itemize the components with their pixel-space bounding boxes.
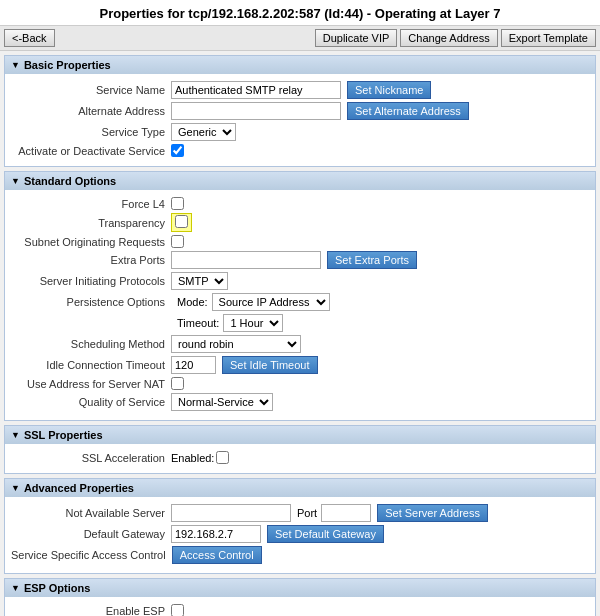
standard-options-header[interactable]: ▼ Standard Options xyxy=(5,172,595,190)
extra-ports-row: Extra Ports Set Extra Ports xyxy=(11,251,589,269)
activate-label: Activate or Deactivate Service xyxy=(11,145,171,157)
export-template-button[interactable]: Export Template xyxy=(501,29,596,47)
ssl-properties-section: ▼ SSL Properties SSL Acceleration Enable… xyxy=(4,425,596,474)
ssl-enabled-label: Enabled: xyxy=(171,452,214,464)
esp-options-section: ▼ ESP Options Enable ESP xyxy=(4,578,596,616)
not-available-label: Not Available Server xyxy=(11,507,171,519)
server-initiating-row: Server Initiating Protocols SMTP xyxy=(11,272,589,290)
top-bar: <-Back Duplicate VIP Change Address Expo… xyxy=(0,25,600,51)
scheduling-row: Scheduling Method round robin xyxy=(11,335,589,353)
qos-select[interactable]: Normal-Service xyxy=(171,393,273,411)
qos-label: Quality of Service xyxy=(11,396,171,408)
basic-properties-section: ▼ Basic Properties Service Name Set Nick… xyxy=(4,55,596,167)
timeout-row: Timeout: 1 Hour xyxy=(11,314,589,332)
esp-options-content: Enable ESP xyxy=(5,597,595,616)
ssl-acceleration-label: SSL Acceleration xyxy=(11,452,171,464)
extra-ports-input[interactable] xyxy=(171,251,321,269)
transparency-label: Transparency xyxy=(11,217,171,229)
mode-label: Mode: xyxy=(177,296,208,308)
force-l4-label: Force L4 xyxy=(11,198,171,210)
default-gateway-label: Default Gateway xyxy=(11,528,171,540)
duplicate-vip-button[interactable]: Duplicate VIP xyxy=(315,29,398,47)
collapse-icon-advanced: ▼ xyxy=(11,483,20,493)
set-idle-timeout-button[interactable]: Set Idle Timeout xyxy=(222,356,318,374)
transparency-highlight xyxy=(171,213,192,232)
access-control-row: Service Specific Access Control Access C… xyxy=(11,546,589,564)
collapse-icon-esp: ▼ xyxy=(11,583,20,593)
port-label: Port xyxy=(297,507,317,519)
ssl-properties-header[interactable]: ▼ SSL Properties xyxy=(5,426,595,444)
set-nickname-button[interactable]: Set Nickname xyxy=(347,81,431,99)
page-title: Properties for tcp/192.168.2.202:587 (Id… xyxy=(0,0,600,25)
top-bar-actions: Duplicate VIP Change Address Export Temp… xyxy=(315,29,596,47)
activate-checkbox[interactable] xyxy=(171,144,184,157)
subnet-originating-row: Subnet Originating Requests xyxy=(11,235,589,248)
collapse-icon: ▼ xyxy=(11,60,20,70)
enable-esp-label: Enable ESP xyxy=(11,605,171,617)
set-default-gateway-button[interactable]: Set Default Gateway xyxy=(267,525,384,543)
extra-ports-label: Extra Ports xyxy=(11,254,171,266)
advanced-properties-title: Advanced Properties xyxy=(24,482,134,494)
ssl-acceleration-row: SSL Acceleration Enabled: xyxy=(11,451,589,464)
not-available-row: Not Available Server Port Set Server Add… xyxy=(11,504,589,522)
set-server-address-button[interactable]: Set Server Address xyxy=(377,504,488,522)
set-extra-ports-button[interactable]: Set Extra Ports xyxy=(327,251,417,269)
force-l4-checkbox[interactable] xyxy=(171,197,184,210)
subnet-originating-label: Subnet Originating Requests xyxy=(11,236,171,248)
alternate-address-row: Alternate Address Set Alternate Address xyxy=(11,102,589,120)
idle-timeout-input[interactable] xyxy=(171,356,216,374)
use-address-checkbox[interactable] xyxy=(171,377,184,390)
change-address-button[interactable]: Change Address xyxy=(400,29,497,47)
timeout-label: Timeout: xyxy=(177,317,219,329)
service-type-row: Service Type Generic xyxy=(11,123,589,141)
esp-options-header[interactable]: ▼ ESP Options xyxy=(5,579,595,597)
service-type-select[interactable]: Generic xyxy=(171,123,236,141)
default-gateway-input[interactable] xyxy=(171,525,261,543)
basic-properties-title: Basic Properties xyxy=(24,59,111,71)
advanced-properties-content: Not Available Server Port Set Server Add… xyxy=(5,497,595,573)
persistence-label: Persistence Options xyxy=(11,296,171,308)
advanced-properties-header[interactable]: ▼ Advanced Properties xyxy=(5,479,595,497)
standard-options-content: Force L4 Transparency Subnet Originating… xyxy=(5,190,595,420)
idle-timeout-row: Idle Connection Timeout Set Idle Timeout xyxy=(11,356,589,374)
enable-esp-checkbox[interactable] xyxy=(171,604,184,616)
use-address-label: Use Address for Server NAT xyxy=(11,378,171,390)
set-alternate-address-button[interactable]: Set Alternate Address xyxy=(347,102,469,120)
server-initiating-select[interactable]: SMTP xyxy=(171,272,228,290)
timeout-select[interactable]: 1 Hour xyxy=(223,314,283,332)
collapse-icon-standard: ▼ xyxy=(11,176,20,186)
collapse-icon-ssl: ▼ xyxy=(11,430,20,440)
not-available-input[interactable] xyxy=(171,504,291,522)
enable-esp-row: Enable ESP xyxy=(11,604,589,616)
alternate-address-input[interactable] xyxy=(171,102,341,120)
service-name-row: Service Name Set Nickname xyxy=(11,81,589,99)
mode-select[interactable]: Source IP Address xyxy=(212,293,330,311)
ssl-properties-title: SSL Properties xyxy=(24,429,103,441)
alternate-address-label: Alternate Address xyxy=(11,105,171,117)
service-type-label: Service Type xyxy=(11,126,171,138)
subnet-originating-checkbox[interactable] xyxy=(171,235,184,248)
activate-row: Activate or Deactivate Service xyxy=(11,144,589,157)
use-address-row: Use Address for Server NAT xyxy=(11,377,589,390)
basic-properties-content: Service Name Set Nickname Alternate Addr… xyxy=(5,74,595,166)
persistence-row: Persistence Options Mode: Source IP Addr… xyxy=(11,293,589,311)
ssl-properties-content: SSL Acceleration Enabled: xyxy=(5,444,595,473)
advanced-properties-section: ▼ Advanced Properties Not Available Serv… xyxy=(4,478,596,574)
qos-row: Quality of Service Normal-Service xyxy=(11,393,589,411)
back-button[interactable]: <-Back xyxy=(4,29,55,47)
transparency-row: Transparency xyxy=(11,213,589,232)
port-input[interactable] xyxy=(321,504,371,522)
force-l4-row: Force L4 xyxy=(11,197,589,210)
service-name-label: Service Name xyxy=(11,84,171,96)
ssl-acceleration-checkbox[interactable] xyxy=(216,451,229,464)
standard-options-title: Standard Options xyxy=(24,175,116,187)
basic-properties-header[interactable]: ▼ Basic Properties xyxy=(5,56,595,74)
transparency-checkbox[interactable] xyxy=(175,215,188,228)
scheduling-label: Scheduling Method xyxy=(11,338,171,350)
access-control-button[interactable]: Access Control xyxy=(172,546,262,564)
access-control-label: Service Specific Access Control xyxy=(11,549,172,561)
standard-options-section: ▼ Standard Options Force L4 Transparency… xyxy=(4,171,596,421)
service-name-input[interactable] xyxy=(171,81,341,99)
esp-options-title: ESP Options xyxy=(24,582,90,594)
scheduling-select[interactable]: round robin xyxy=(171,335,301,353)
